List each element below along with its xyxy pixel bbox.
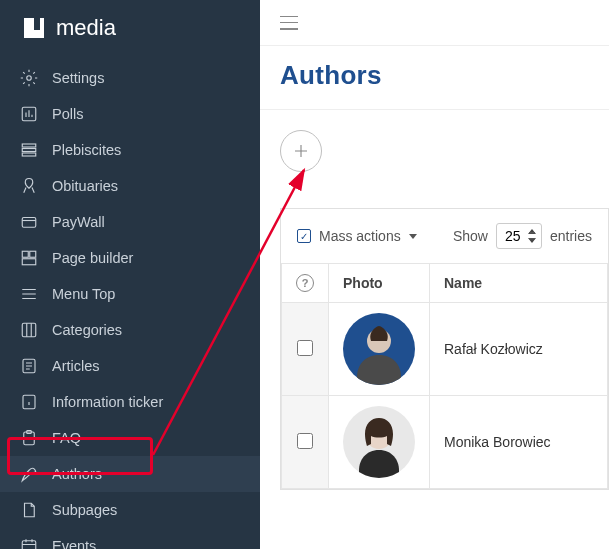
- chevron-down-icon: [409, 234, 417, 239]
- sidebar-item-label: Categories: [52, 322, 122, 338]
- sidebar-item-plebiscites[interactable]: Plebiscites: [0, 132, 260, 168]
- select-sort-icon: [528, 229, 536, 243]
- entries-label: entries: [550, 228, 592, 244]
- sidebar-item-information-ticker[interactable]: Information ticker: [0, 384, 260, 420]
- svg-rect-9: [22, 323, 36, 337]
- add-button[interactable]: [280, 130, 322, 172]
- show-label: Show: [453, 228, 488, 244]
- column-photo[interactable]: Photo: [329, 264, 430, 303]
- sidebar-item-paywall[interactable]: PayWall: [0, 204, 260, 240]
- sidebar-item-page-builder[interactable]: Page builder: [0, 240, 260, 276]
- sidebar-item-faq[interactable]: FAQ: [0, 420, 260, 456]
- poll-icon: [20, 105, 38, 123]
- sidebar-item-events[interactable]: Events: [0, 528, 260, 549]
- sidebar-item-label: Menu Top: [52, 286, 115, 302]
- sidebar-item-polls[interactable]: Polls: [0, 96, 260, 132]
- calendar-icon: [20, 537, 38, 549]
- sidebar-item-articles[interactable]: Articles: [0, 348, 260, 384]
- sidebar-item-label: Events: [52, 538, 96, 549]
- gear-icon: [20, 69, 38, 87]
- sidebar-item-label: FAQ: [52, 430, 81, 446]
- file-icon: [20, 501, 38, 519]
- svg-rect-5: [22, 218, 36, 228]
- table-row: Rafał Kozłowicz: [282, 303, 608, 396]
- list-icon: [20, 141, 38, 159]
- table-row: Monika Borowiec: [282, 396, 608, 489]
- sidebar-nav: Settings Polls Plebiscites Obituaries Pa…: [0, 60, 260, 549]
- ribbon-icon: [20, 177, 38, 195]
- sidebar-item-label: Obituaries: [52, 178, 118, 194]
- mass-actions-checkbox-icon: ✓: [297, 229, 311, 243]
- avatar: [343, 406, 415, 478]
- svg-rect-7: [30, 251, 36, 257]
- menu-icon: [20, 285, 38, 303]
- mass-actions-dropdown[interactable]: ✓ Mass actions: [297, 228, 417, 244]
- avatar: [343, 313, 415, 385]
- sidebar-item-label: Information ticker: [52, 394, 163, 410]
- topbar: [260, 0, 609, 46]
- menu-toggle-icon[interactable]: [280, 16, 298, 30]
- panel-controls: ✓ Mass actions Show 25 entries: [281, 223, 608, 263]
- svg-rect-4: [22, 153, 36, 156]
- sidebar-item-label: Plebiscites: [52, 142, 121, 158]
- sidebar-item-label: PayWall: [52, 214, 105, 230]
- sidebar-item-label: Authors: [52, 466, 102, 482]
- svg-rect-3: [22, 149, 36, 152]
- sidebar: media Settings Polls Plebiscites Obituar…: [0, 0, 260, 549]
- sidebar-item-label: Settings: [52, 70, 104, 86]
- sidebar-item-label: Page builder: [52, 250, 133, 266]
- cell-name: Rafał Kozłowicz: [430, 303, 608, 396]
- svg-rect-6: [22, 251, 28, 257]
- wallet-icon: [20, 213, 38, 231]
- pen-icon: [20, 465, 38, 483]
- column-help: ?: [282, 264, 329, 303]
- mass-actions-label: Mass actions: [319, 228, 401, 244]
- svg-rect-8: [22, 259, 36, 265]
- content-body: ✓ Mass actions Show 25 entries: [260, 110, 609, 490]
- row-checkbox[interactable]: [297, 340, 313, 356]
- svg-point-0: [27, 76, 32, 81]
- brand-logo-icon: [20, 14, 48, 42]
- entries-selector: Show 25 entries: [453, 223, 592, 249]
- sidebar-item-categories[interactable]: Categories: [0, 312, 260, 348]
- clipboard-icon: [20, 429, 38, 447]
- sidebar-item-label: Polls: [52, 106, 83, 122]
- svg-rect-2: [22, 144, 36, 147]
- sidebar-item-subpages[interactable]: Subpages: [0, 492, 260, 528]
- cell-name: Monika Borowiec: [430, 396, 608, 489]
- layout-icon: [20, 249, 38, 267]
- page-title: Authors: [260, 46, 609, 110]
- help-icon[interactable]: ?: [296, 274, 314, 292]
- sidebar-item-obituaries[interactable]: Obituaries: [0, 168, 260, 204]
- sidebar-item-menu-top[interactable]: Menu Top: [0, 276, 260, 312]
- brand-name: media: [56, 15, 116, 41]
- columns-icon: [20, 321, 38, 339]
- row-checkbox[interactable]: [297, 433, 313, 449]
- info-icon: [20, 393, 38, 411]
- brand: media: [0, 0, 260, 60]
- authors-table: ? Photo Name Rafał Kozłowicz Monika Bo: [281, 263, 608, 489]
- data-panel: ✓ Mass actions Show 25 entries: [280, 208, 609, 490]
- sidebar-item-settings[interactable]: Settings: [0, 60, 260, 96]
- sidebar-item-label: Subpages: [52, 502, 117, 518]
- column-name[interactable]: Name: [430, 264, 608, 303]
- sidebar-item-label: Articles: [52, 358, 100, 374]
- main-content: Authors ✓ Mass actions Show 25: [260, 0, 609, 549]
- article-icon: [20, 357, 38, 375]
- sidebar-item-authors[interactable]: Authors: [0, 456, 260, 492]
- plus-icon: [292, 142, 310, 160]
